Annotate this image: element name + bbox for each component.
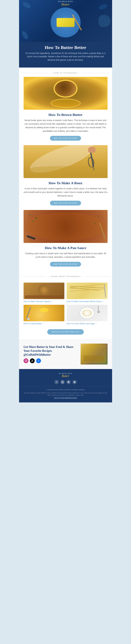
bottom-footer: © 2023 American Butter Institute | All r…: [19, 386, 112, 402]
alfredo-link[interactable]: How To Make Homemade Alfredo Sauce →: [67, 300, 108, 302]
pan-sauce-title: How To Make A Pan Sauce: [24, 246, 108, 250]
footer-twitter-icon[interactable]: [72, 380, 77, 384]
roux-cta[interactable]: SEE THE STEP-BY-STEP: [50, 201, 81, 206]
streusel-image: [24, 282, 65, 299]
footer-instagram-icon[interactable]: [60, 380, 65, 384]
footer-logo-section: GO BOLD WITH Butter: [19, 369, 112, 386]
leaf-decoration-1: [22, 1, 32, 10]
pan-sauce-image: [24, 210, 108, 243]
footer-go-bold: GO BOLD WITH: [24, 373, 108, 374]
streusel-link[interactable]: How To Make Streusel Topping →: [24, 300, 65, 302]
cream-link[interactable]: How To Cream Butter and Sugar →: [67, 322, 108, 325]
roux-desc: A roux is flour and butter cooked togeth…: [24, 187, 108, 198]
cream-image: [67, 305, 108, 321]
see-all-button[interactable]: SEE ALL BUTTER HOW-TO'S: [47, 329, 84, 334]
footer-social-row: [24, 380, 108, 384]
clarify-link[interactable]: How To Clarify Butter →: [24, 322, 65, 325]
svg-rect-0: [25, 360, 27, 362]
more-techniques-grid: How To Make Streusel Topping → H: [24, 282, 108, 325]
hero-image: GO BOLD WITH Butter: [19, 0, 112, 42]
technique-roux: How To Make A Roux A roux is flour and b…: [19, 145, 112, 210]
logo-butter: Butter: [58, 2, 73, 6]
facebook-icon[interactable]: [36, 358, 41, 363]
roux-image: [24, 145, 108, 178]
hero-section: GO BOLD WITH Butter How To Butter Better…: [19, 0, 112, 68]
more-item-cream: How To Cream Butter and Sugar →: [67, 305, 108, 325]
roux-title: How To Make A Roux: [24, 181, 108, 185]
footer-facebook-icon[interactable]: [54, 380, 59, 384]
logo-go-bold: GO BOLD WITH: [58, 1, 73, 2]
more-techniques-divider: — MORE GREAT TECHNIQUES —: [19, 271, 112, 280]
social-food-image: [81, 344, 108, 364]
brown-butter-title: How To Brown Butter: [24, 113, 108, 117]
social-icons-row: [24, 358, 78, 363]
more-item-streusel: How To Make Streusel Topping →: [24, 282, 65, 302]
alfredo-image: [67, 282, 108, 299]
more-item-clarify: How To Clarify Butter →: [24, 305, 65, 325]
footer-butter: Butter: [24, 374, 108, 378]
svg-point-4: [62, 382, 63, 382]
clarify-image: [24, 305, 65, 321]
see-all-section: SEE ALL BUTTER HOW-TO'S: [19, 328, 112, 339]
more-item-alfredo: How To Make Homemade Alfredo Sauce →: [67, 282, 108, 302]
hero-subtitle: It's not just the ingredients, sometimes…: [19, 50, 112, 62]
hero-plate: [51, 8, 81, 38]
social-title: Get More Butter in Your Feed & Share You…: [24, 345, 78, 356]
social-text: Get More Butter in Your Feed & Share You…: [24, 345, 78, 363]
pan-handle: [26, 235, 35, 240]
copyright-text: © 2023 American Butter Institute | All r…: [24, 389, 108, 390]
footer-pinterest-icon[interactable]: [66, 380, 71, 384]
how-to-divider: — HOW-TO TECHNIQUES —: [19, 68, 112, 77]
instagram-icon[interactable]: [24, 358, 28, 363]
add-address-link[interactable]: ADD TO YOUR ADDRESS BOOK: [24, 397, 108, 399]
hero-title: How To Butter Better: [19, 45, 112, 50]
brown-butter-cta[interactable]: SEE THE STEP-BY-STEP: [50, 136, 81, 141]
hero-butter-block: [57, 18, 75, 27]
technique-pan-sauce: How To Make A Pan Sauce Creating a pan s…: [19, 210, 112, 271]
hero-knife: [72, 14, 82, 30]
tiktok-icon[interactable]: [30, 358, 35, 363]
pan-sauce-cta[interactable]: SEE THE STEP-BY-STEP: [50, 262, 81, 266]
svg-point-2: [26, 360, 27, 360]
social-section: Get More Butter in Your Feed & Share You…: [19, 339, 112, 369]
pan-sauce-desc: Creating a pan sauce is simple and it ca…: [24, 252, 108, 259]
cow-decoration: [99, 15, 111, 27]
leaf-decoration-2: [98, 3, 108, 10]
svg-rect-3: [62, 381, 63, 383]
technique-brown-butter: How To Brown Butter Brown butter gives a…: [19, 77, 112, 145]
brown-butter-image: [24, 77, 108, 110]
more-techniques-section: How To Make Streusel Topping → H: [19, 282, 112, 328]
svg-point-1: [26, 360, 26, 361]
brown-butter-desc: Brown butter gives any recipe a toasted,…: [24, 118, 108, 133]
disclaimer-text: Be sure to add our email address to your…: [24, 392, 108, 396]
leaf-decoration-3: [21, 30, 29, 40]
